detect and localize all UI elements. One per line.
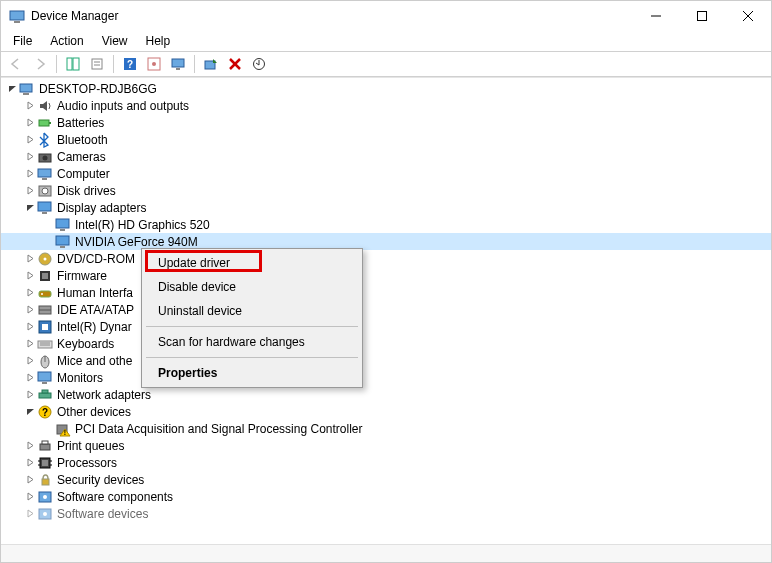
context-properties[interactable]: Properties (144, 361, 360, 385)
tree-item[interactable]: DVD/CD-ROM (1, 250, 771, 267)
chevron-right-icon[interactable] (23, 133, 37, 147)
tree-item[interactable]: Processors (1, 454, 771, 471)
audio-icon (37, 98, 53, 114)
tree-item[interactable]: Audio inputs and outputs (1, 97, 771, 114)
hid-icon (37, 285, 53, 301)
chevron-right-icon[interactable] (23, 252, 37, 266)
tree-item-label: Keyboards (57, 337, 114, 351)
chevron-right-icon[interactable] (23, 116, 37, 130)
tree-item-label: Intel(R) Dynar (57, 320, 132, 334)
chevron-right-icon[interactable] (23, 184, 37, 198)
toolbar-action-button[interactable] (143, 53, 165, 75)
chevron-right-icon[interactable] (23, 473, 37, 487)
chevron-right-icon[interactable] (23, 337, 37, 351)
chevron-right-icon[interactable] (23, 456, 37, 470)
toolbar-update-button[interactable] (248, 53, 270, 75)
close-button[interactable] (725, 1, 771, 31)
menu-action[interactable]: Action (42, 32, 91, 50)
maximize-button[interactable] (679, 1, 725, 31)
svg-rect-28 (38, 169, 51, 177)
context-update-driver[interactable]: Update driver (144, 251, 360, 275)
tree-item[interactable]: Firmware (1, 267, 771, 284)
tree-item[interactable]: Cameras (1, 148, 771, 165)
chevron-right-icon[interactable] (23, 439, 37, 453)
tree-item[interactable]: IDE ATA/ATAP (1, 301, 771, 318)
tree-item[interactable]: ?Other devices (1, 403, 771, 420)
chevron-down-icon[interactable] (23, 201, 37, 215)
tree-item[interactable]: Human Interfa (1, 284, 771, 301)
chevron-right-icon[interactable] (23, 507, 37, 521)
tree-item[interactable]: Bluetooth (1, 131, 771, 148)
chevron-right-icon[interactable] (23, 303, 37, 317)
tree-item-label: Display adapters (57, 201, 146, 215)
tree-item-label: Firmware (57, 269, 107, 283)
tree-item[interactable]: Batteries (1, 114, 771, 131)
toolbar-remove-button[interactable] (224, 53, 246, 75)
context-scan-hardware[interactable]: Scan for hardware changes (144, 330, 360, 354)
chevron-right-icon[interactable] (23, 167, 37, 181)
tree-item[interactable]: Intel(R) HD Graphics 520 (1, 216, 771, 233)
tree-item-label: Monitors (57, 371, 103, 385)
chevron-right-icon[interactable] (23, 269, 37, 283)
tree-item-label: Batteries (57, 116, 104, 130)
tree-item[interactable]: Network adapters (1, 386, 771, 403)
tree-item[interactable]: Computer (1, 165, 771, 182)
tree-view[interactable]: DESKTOP-RDJB6GGAudio inputs and outputsB… (1, 77, 771, 544)
tree-item[interactable]: !PCI Data Acquisition and Signal Process… (1, 420, 771, 437)
tree-item[interactable]: Intel(R) Dynar (1, 318, 771, 335)
bluetooth-icon (37, 132, 53, 148)
keyboard-icon (37, 336, 53, 352)
svg-point-31 (42, 188, 48, 194)
tree-item-label: Computer (57, 167, 110, 181)
chevron-right-icon[interactable] (23, 150, 37, 164)
chevron-right-icon[interactable] (23, 320, 37, 334)
svg-rect-8 (73, 58, 79, 70)
printer-icon (37, 438, 53, 454)
toolbar-back-button[interactable] (5, 53, 27, 75)
toolbar-separator (56, 55, 57, 73)
tree-item[interactable]: Disk drives (1, 182, 771, 199)
display-icon (55, 234, 71, 250)
menu-file[interactable]: File (5, 32, 40, 50)
context-disable-device[interactable]: Disable device (144, 275, 360, 299)
processor-icon (37, 455, 53, 471)
chevron-right-icon[interactable] (23, 371, 37, 385)
toolbar-forward-button[interactable] (29, 53, 51, 75)
tree-item-label: Intel(R) HD Graphics 520 (75, 218, 210, 232)
tree-item[interactable]: DESKTOP-RDJB6GG (1, 80, 771, 97)
tree-item-label: Software components (57, 490, 173, 504)
tree-item[interactable]: Keyboards (1, 335, 771, 352)
title-bar: Device Manager (1, 1, 771, 31)
chevron-right-icon[interactable] (23, 286, 37, 300)
chevron-right-icon[interactable] (23, 388, 37, 402)
toolbar-show-hide-button[interactable] (62, 53, 84, 75)
minimize-button[interactable] (633, 1, 679, 31)
mouse-icon (37, 353, 53, 369)
chevron-down-icon[interactable] (23, 405, 37, 419)
tree-item[interactable]: Software components (1, 488, 771, 505)
tree-item[interactable]: Monitors (1, 369, 771, 386)
toolbar-monitor-button[interactable] (167, 53, 189, 75)
svg-point-27 (43, 155, 48, 160)
chevron-right-icon[interactable] (23, 354, 37, 368)
toolbar-scan-button[interactable] (200, 53, 222, 75)
chevron-right-icon[interactable] (23, 490, 37, 504)
context-uninstall-device[interactable]: Uninstall device (144, 299, 360, 323)
chevron-right-icon[interactable] (23, 99, 37, 113)
toolbar-properties-button[interactable] (86, 53, 108, 75)
tree-item[interactable]: Security devices (1, 471, 771, 488)
menu-view[interactable]: View (94, 32, 136, 50)
display-icon (55, 217, 71, 233)
tree-item[interactable]: Print queues (1, 437, 771, 454)
tree-item[interactable]: Display adapters (1, 199, 771, 216)
tree-item[interactable]: NVIDIA GeForce 940M (1, 233, 771, 250)
chevron-down-icon[interactable] (5, 82, 19, 96)
tree-item[interactable]: Mice and othe (1, 352, 771, 369)
svg-rect-42 (39, 291, 51, 297)
tree-item[interactable]: Software devices (1, 505, 771, 522)
camera-icon (37, 149, 53, 165)
toolbar-help-button[interactable]: ? (119, 53, 141, 75)
toolbar-separator (194, 55, 195, 73)
menu-help[interactable]: Help (138, 32, 179, 50)
app-icon (9, 8, 25, 24)
